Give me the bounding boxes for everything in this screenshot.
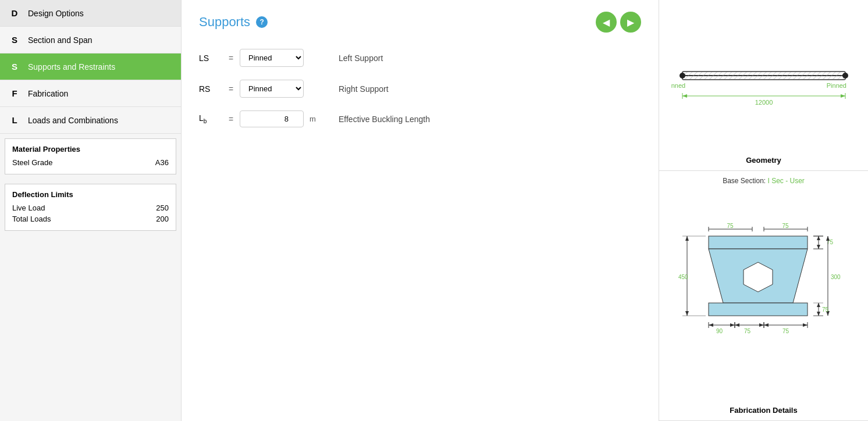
deflection-rows: Live Load250Total Loads200 bbox=[12, 202, 169, 224]
svg-rect-13 bbox=[709, 236, 807, 249]
svg-point-4 bbox=[842, 73, 848, 79]
material-properties-panel: Material Properties Steel GradeA36 bbox=[5, 138, 176, 174]
svg-marker-65 bbox=[817, 312, 820, 316]
sidebar-label-design-options: Design Options bbox=[28, 9, 84, 18]
fabrication-title: Fabrication Details bbox=[730, 406, 797, 415]
right-panel: Pinned Pinned 12000 Geometry Base Sectio… bbox=[659, 0, 868, 421]
svg-rect-1 bbox=[682, 72, 845, 80]
deflection-row-value: 250 bbox=[156, 204, 169, 212]
input-lb[interactable] bbox=[240, 110, 304, 127]
svg-text:75: 75 bbox=[822, 306, 829, 313]
deflection-limits-panel: Deflection Limits Live Load250Total Load… bbox=[5, 184, 176, 231]
svg-marker-34 bbox=[826, 236, 830, 241]
material-row-value: A36 bbox=[155, 158, 169, 167]
deflection-row-label: Total Loads bbox=[12, 215, 51, 223]
fabrication-diagram-box: Base Section: I Sec - User 75 75 bbox=[659, 171, 868, 421]
form-eq-lb: = bbox=[222, 115, 240, 124]
sidebar-item-design-options[interactable]: D Design Options bbox=[0, 0, 181, 27]
svg-marker-11 bbox=[841, 94, 845, 98]
form-eq-ls: = bbox=[222, 53, 240, 63]
sidebar-item-loads-and-combinations[interactable]: L Loads and Combinations bbox=[0, 107, 181, 134]
svg-marker-28 bbox=[817, 236, 820, 240]
svg-marker-29 bbox=[817, 245, 820, 249]
fabrication-base-section: Base Section: I Sec - User bbox=[723, 177, 805, 185]
material-row-label: Steel Grade bbox=[12, 158, 52, 167]
geometry-container: Pinned Pinned 12000 bbox=[665, 6, 862, 151]
sidebar-item-supports-and-restraints[interactable]: S Supports and Restraints bbox=[0, 53, 181, 80]
sidebar-label-fabrication: Fabrication bbox=[28, 89, 68, 98]
svg-marker-59 bbox=[803, 323, 807, 327]
main-content: Supports ? ◀ ▶ LS = PinnedFixedFree Left… bbox=[182, 0, 659, 421]
svg-point-3 bbox=[680, 73, 685, 79]
svg-marker-58 bbox=[764, 323, 769, 327]
svg-text:90: 90 bbox=[716, 328, 723, 334]
form-label-ls: LS bbox=[199, 53, 222, 63]
sidebar-letter-supports-and-restraints: S bbox=[9, 62, 20, 72]
deflection-row: Total Loads200 bbox=[12, 213, 169, 224]
geometry-diagram-box: Pinned Pinned 12000 Geometry bbox=[659, 0, 868, 171]
form-row-lb: Lb = m Effective Buckling Length bbox=[199, 110, 641, 127]
sidebar-letter-loads-and-combinations: L bbox=[9, 115, 20, 125]
material-properties-title: Material Properties bbox=[12, 145, 169, 154]
form-desc-rs: Right Support bbox=[339, 84, 389, 94]
form-label-rs: RS bbox=[199, 84, 222, 94]
svg-marker-40 bbox=[685, 236, 689, 241]
main-header-left: Supports ? bbox=[199, 15, 268, 30]
deflection-limits-title: Deflection Limits bbox=[12, 190, 169, 199]
base-section-label: Base Section: bbox=[723, 177, 766, 185]
svg-text:75: 75 bbox=[782, 223, 789, 229]
help-icon[interactable]: ? bbox=[256, 16, 268, 28]
form-fields: LS = PinnedFixedFree Left Support RS = P… bbox=[199, 49, 641, 127]
svg-text:75: 75 bbox=[727, 223, 734, 229]
sidebar-label-loads-and-combinations: Loads and Combinations bbox=[28, 116, 118, 125]
sidebar-letter-section-and-span: S bbox=[9, 35, 20, 45]
sidebar-label-section-and-span: Section and Span bbox=[28, 35, 93, 45]
form-label-lb: Lb bbox=[199, 113, 222, 124]
base-section-value: I Sec - User bbox=[768, 177, 805, 185]
nav-back-button[interactable]: ◀ bbox=[596, 12, 617, 33]
svg-text:75: 75 bbox=[744, 328, 751, 334]
svg-marker-52 bbox=[735, 323, 739, 327]
sidebar-nav: D Design Options S Section and Span S Su… bbox=[0, 0, 181, 134]
fabrication-svg: 75 75 75 300 450 bbox=[677, 224, 851, 364]
select-rs[interactable]: PinnedFixedFree bbox=[240, 80, 304, 98]
main-header: Supports ? ◀ ▶ bbox=[199, 12, 641, 33]
main-title: Supports bbox=[199, 15, 250, 30]
sidebar-item-section-and-span[interactable]: S Section and Span bbox=[0, 27, 181, 53]
deflection-row: Live Load250 bbox=[12, 202, 169, 213]
svg-text:Pinned: Pinned bbox=[826, 82, 846, 89]
form-desc-ls: Left Support bbox=[339, 53, 383, 63]
deflection-row-value: 200 bbox=[156, 215, 169, 223]
svg-text:450: 450 bbox=[678, 274, 688, 280]
svg-rect-16 bbox=[709, 303, 807, 316]
select-ls[interactable]: PinnedFixedFree bbox=[240, 49, 304, 67]
nav-arrows: ◀ ▶ bbox=[596, 12, 641, 33]
form-eq-rs: = bbox=[222, 84, 240, 94]
sidebar-label-supports-and-restraints: Supports and Restraints bbox=[28, 62, 115, 72]
svg-marker-64 bbox=[817, 303, 820, 307]
nav-forward-button[interactable]: ▶ bbox=[620, 12, 641, 33]
form-desc-lb: Effective Buckling Length bbox=[339, 115, 430, 124]
svg-text:12000: 12000 bbox=[755, 99, 773, 106]
svg-marker-10 bbox=[682, 94, 687, 98]
svg-marker-41 bbox=[685, 311, 689, 316]
sidebar-letter-fabrication: F bbox=[9, 88, 20, 98]
form-unit-lb: m bbox=[310, 115, 327, 123]
material-rows: Steel GradeA36 bbox=[12, 157, 169, 168]
svg-marker-53 bbox=[759, 323, 764, 327]
sidebar-item-fabrication[interactable]: F Fabrication bbox=[0, 80, 181, 107]
svg-text:75: 75 bbox=[782, 328, 789, 334]
svg-marker-46 bbox=[709, 323, 713, 327]
svg-text:Pinned: Pinned bbox=[671, 82, 685, 89]
sidebar-letter-design-options: D bbox=[9, 8, 20, 18]
deflection-row-label: Live Load bbox=[12, 204, 45, 212]
svg-marker-47 bbox=[730, 323, 735, 327]
form-row-ls: LS = PinnedFixedFree Left Support bbox=[199, 49, 641, 67]
svg-text:300: 300 bbox=[831, 274, 841, 280]
material-row: Steel GradeA36 bbox=[12, 157, 169, 168]
geometry-title: Geometry bbox=[746, 156, 781, 165]
form-row-rs: RS = PinnedFixedFree Right Support bbox=[199, 80, 641, 98]
sidebar: D Design Options S Section and Span S Su… bbox=[0, 0, 182, 421]
geometry-svg: Pinned Pinned 12000 bbox=[671, 44, 857, 113]
